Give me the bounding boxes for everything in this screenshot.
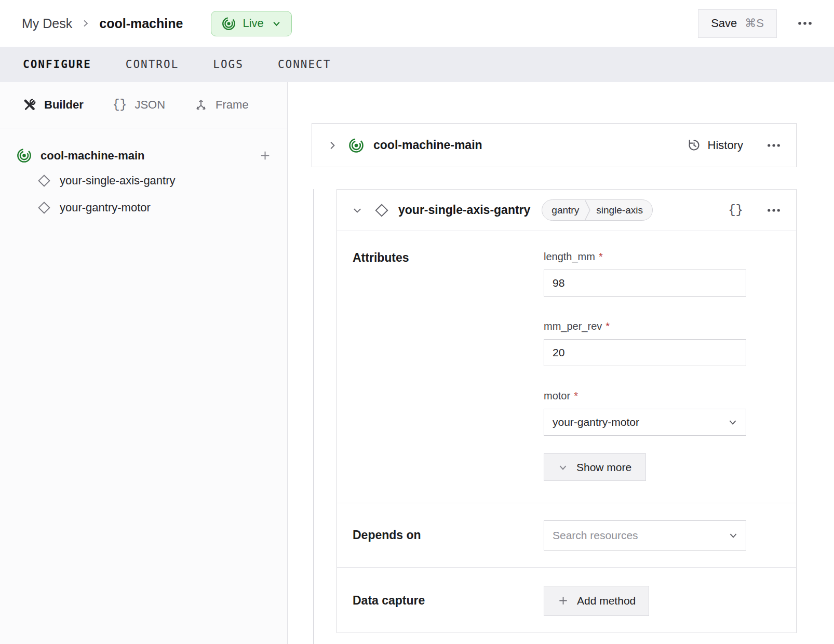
- resource-card-title: your-single-axis-gantry: [398, 203, 530, 217]
- add-method-label: Add method: [577, 595, 636, 607]
- tree-item-gantry[interactable]: your-single-axis-gantry: [16, 167, 273, 194]
- tools-icon: [23, 98, 36, 112]
- required-asterisk: *: [599, 251, 603, 263]
- field-length-mm: length_mm *: [544, 251, 746, 297]
- live-status-badge[interactable]: Live: [211, 11, 291, 36]
- config-sidebar: Builder {} JSON Frame: [0, 82, 288, 644]
- data-capture-heading: Data capture: [353, 594, 544, 608]
- history-clock-icon: [687, 138, 701, 152]
- chevron-down-icon: [558, 463, 568, 472]
- badge-type: gantry: [542, 200, 584, 220]
- history-button[interactable]: History: [687, 138, 743, 152]
- part-more-options-button[interactable]: [767, 143, 781, 147]
- gantry-resource-card: your-single-axis-gantry gantry single-ax…: [337, 189, 797, 633]
- tree-item-label: your-single-axis-gantry: [60, 174, 176, 187]
- field-label: motor: [544, 390, 570, 402]
- live-signal-icon: [222, 17, 236, 31]
- view-switcher: Builder {} JSON Frame: [0, 82, 287, 128]
- tree-item-motor[interactable]: your-gantry-motor: [16, 194, 273, 221]
- tab-logs[interactable]: LOGS: [213, 58, 244, 71]
- component-diamond-icon: [37, 201, 51, 214]
- motor-select[interactable]: your-gantry-motor: [544, 409, 746, 436]
- view-json[interactable]: {} JSON: [113, 98, 165, 112]
- badge-divider-chevron-icon: [584, 200, 591, 220]
- tree-item-label: your-gantry-motor: [60, 201, 151, 214]
- add-resource-button[interactable]: [259, 149, 272, 162]
- tree-item-label: cool-machine-main: [41, 149, 144, 163]
- view-frame-label: Frame: [216, 98, 249, 112]
- machine-part-card: cool-machine-main History: [312, 123, 797, 167]
- main-tab-bar: CONFIGURE CONTROL LOGS CONNECT: [0, 47, 834, 82]
- resource-card-header: your-single-axis-gantry gantry single-ax…: [337, 190, 796, 231]
- resource-tree: cool-machine-main your-single-axis-gantr…: [0, 128, 287, 221]
- braces-icon[interactable]: {}: [728, 203, 743, 217]
- view-frame[interactable]: Frame: [194, 98, 249, 112]
- live-status-label: Live: [243, 17, 263, 30]
- breadcrumb: My Desk cool-machine: [22, 16, 183, 31]
- tree-item-machine-main[interactable]: cool-machine-main: [16, 144, 273, 167]
- search-resources-input[interactable]: [544, 520, 746, 551]
- depends-on-select: [544, 520, 746, 551]
- view-builder-label: Builder: [44, 98, 84, 112]
- motor-select-value: your-gantry-motor: [553, 416, 639, 428]
- part-connector-line: [313, 189, 314, 644]
- axes-icon: [194, 98, 208, 112]
- part-card-title: cool-machine-main: [373, 138, 482, 152]
- field-label: length_mm: [544, 251, 595, 263]
- content: Builder {} JSON Frame: [0, 82, 834, 644]
- history-label: History: [708, 139, 743, 152]
- depends-on-section: Depends on: [337, 503, 796, 568]
- resource-more-options-button[interactable]: [767, 208, 781, 212]
- tab-configure[interactable]: CONFIGURE: [23, 58, 91, 71]
- save-button[interactable]: Save ⌘S: [698, 9, 777, 38]
- live-chevron-down-icon: [272, 19, 281, 28]
- select-chevron-down-icon: [729, 531, 738, 542]
- show-more-button[interactable]: Show more: [544, 453, 646, 481]
- app-header: My Desk cool-machine Live Save ⌘S: [0, 0, 834, 47]
- collapse-chevron-down-icon[interactable]: [353, 206, 362, 215]
- attributes-fields: length_mm * mm_per_rev *: [544, 251, 746, 481]
- view-json-label: JSON: [134, 98, 165, 112]
- tab-connect[interactable]: CONNECT: [278, 58, 331, 71]
- data-capture-section: Data capture Add method: [337, 568, 796, 634]
- depends-on-heading: Depends on: [353, 528, 544, 542]
- save-button-label: Save: [711, 17, 737, 30]
- resource-type-badge: gantry single-axis: [542, 199, 653, 221]
- machine-signal-icon: [348, 138, 364, 153]
- braces-icon: {}: [113, 98, 127, 112]
- attributes-section: Attributes length_mm * mm_per_rev *: [337, 231, 796, 503]
- header-more-options-button[interactable]: [798, 21, 812, 25]
- config-main-panel: cool-machine-main History: [288, 82, 834, 644]
- attributes-heading: Attributes: [353, 251, 544, 481]
- machine-signal-icon: [17, 148, 32, 163]
- field-label: mm_per_rev: [544, 320, 602, 332]
- add-method-button[interactable]: Add method: [544, 586, 649, 616]
- expand-chevron-right-icon[interactable]: [328, 141, 337, 150]
- view-builder[interactable]: Builder: [23, 98, 84, 112]
- header-actions: Save ⌘S: [698, 9, 812, 38]
- select-chevron-down-icon: [728, 418, 737, 427]
- resource-header-actions: {}: [728, 203, 781, 217]
- required-asterisk: *: [606, 320, 610, 332]
- badge-model: single-axis: [591, 200, 652, 220]
- breadcrumb-root[interactable]: My Desk: [22, 16, 72, 31]
- plus-icon: [557, 595, 569, 607]
- length-mm-input[interactable]: [544, 270, 746, 297]
- save-shortcut: ⌘S: [745, 17, 764, 30]
- show-more-label: Show more: [576, 461, 631, 474]
- breadcrumb-chevron-icon: [82, 19, 90, 28]
- required-asterisk: *: [574, 390, 578, 402]
- field-motor: motor * your-gantry-motor: [544, 390, 746, 436]
- mm-per-rev-input[interactable]: [544, 339, 746, 366]
- breadcrumb-current: cool-machine: [99, 16, 183, 31]
- component-diamond-icon: [37, 174, 51, 187]
- component-diamond-icon: [374, 203, 389, 218]
- tab-control[interactable]: CONTROL: [126, 58, 179, 71]
- field-mm-per-rev: mm_per_rev *: [544, 320, 746, 366]
